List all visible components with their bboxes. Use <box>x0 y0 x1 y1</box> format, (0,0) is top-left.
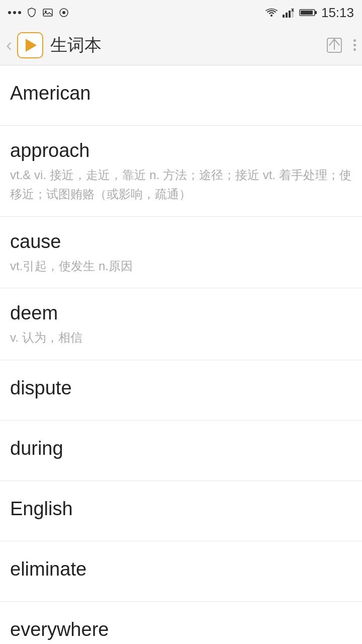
word-english: American <box>10 83 352 104</box>
svg-rect-5 <box>283 15 285 18</box>
word-english: dispute <box>10 377 352 399</box>
list-item[interactable]: dispute <box>0 360 362 421</box>
toolbar-icons <box>325 36 356 54</box>
word-definition: v. 认为，相信 <box>10 328 352 347</box>
word-definition: vt.引起，使发生 n.原因 <box>10 257 352 276</box>
list-item[interactable]: everywhere <box>0 602 362 644</box>
word-english: English <box>10 498 352 520</box>
svg-rect-12 <box>301 11 313 15</box>
page-title: 生词本 <box>50 34 325 57</box>
list-item[interactable]: American <box>0 65 362 126</box>
list-item[interactable]: approach vt.& vi. 接近，走近，靠近 n. 方法；途径；接近 v… <box>0 126 362 217</box>
list-item[interactable]: English <box>0 481 362 541</box>
status-time: 15:13 <box>321 5 354 21</box>
battery-icon <box>299 8 317 18</box>
word-english: cause <box>10 231 352 253</box>
status-bar-right: 15:13 <box>265 5 354 21</box>
circle-icon <box>58 7 69 18</box>
status-bar-left <box>8 7 69 18</box>
svg-rect-13 <box>315 11 317 14</box>
svg-rect-6 <box>286 13 288 18</box>
app-logo <box>17 32 43 58</box>
notification-dots <box>8 11 21 14</box>
svg-rect-0 <box>43 9 52 16</box>
play-icon <box>26 39 37 52</box>
shield-icon <box>26 7 37 18</box>
export-button[interactable] <box>325 36 343 54</box>
signal-icon <box>282 8 295 18</box>
svg-point-4 <box>270 15 273 17</box>
word-list: American approach vt.& vi. 接近，走近，靠近 n. 方… <box>0 65 362 644</box>
back-button[interactable]: ‹ <box>6 35 12 56</box>
list-item[interactable]: eliminate <box>0 541 362 602</box>
wifi-icon <box>265 8 278 18</box>
word-english: deem <box>10 302 352 324</box>
more-button[interactable] <box>353 39 356 51</box>
status-bar: 15:13 <box>0 0 362 25</box>
svg-point-3 <box>62 11 65 14</box>
svg-rect-7 <box>289 11 291 18</box>
word-english: approach <box>10 140 352 162</box>
word-english: eliminate <box>10 558 352 580</box>
list-item[interactable]: cause vt.引起，使发生 n.原因 <box>0 217 362 288</box>
list-item[interactable]: during <box>0 421 362 481</box>
word-definition: vt.& vi. 接近，走近，靠近 n. 方法；途径；接近 vt. 着手处理；使… <box>10 166 352 204</box>
image-icon <box>42 7 53 18</box>
word-english: everywhere <box>10 619 352 640</box>
word-english: during <box>10 438 352 459</box>
toolbar: ‹ 生词本 <box>0 25 362 65</box>
list-item[interactable]: deem v. 认为，相信 <box>0 288 362 360</box>
